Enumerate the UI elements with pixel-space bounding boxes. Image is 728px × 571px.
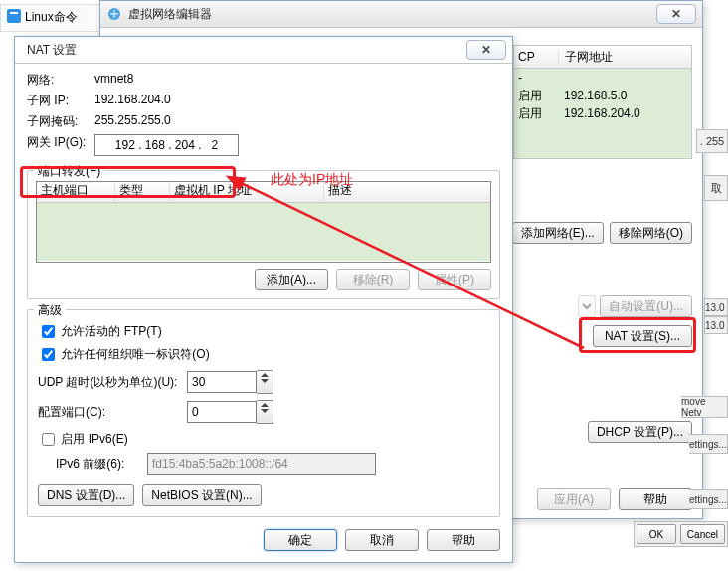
nat-settings-dialog: NAT 设置 ✕ 网络: vmnet8 子网 IP: 192.168.204.0… [14, 36, 513, 563]
gateway-label: 网关 IP(G): [27, 134, 94, 156]
udp-timeout-input[interactable] [187, 371, 257, 393]
auto-settings-button: 自动设置(U)... [600, 295, 692, 317]
allow-ftp-checkbox[interactable] [42, 325, 55, 338]
bg-ok-button[interactable]: OK [637, 524, 676, 544]
help-button[interactable]: 帮助 [619, 488, 692, 510]
ok-button[interactable]: 确定 [264, 529, 337, 551]
bg-settings2: ettings... [689, 489, 728, 509]
dhcp-settings-button[interactable]: DHCP 设置(P)... [588, 421, 692, 443]
vnet-editor-icon [106, 6, 122, 22]
vnet-editor-close-icon[interactable]: ✕ [656, 4, 696, 24]
svg-rect-0 [7, 9, 21, 23]
table-row[interactable]: 启用 192.168.204.0 [514, 104, 691, 122]
netbios-settings-button[interactable]: NetBIOS 设置(N)... [142, 484, 261, 506]
port-forward-list[interactable] [37, 203, 490, 261]
pf-add-button[interactable]: 添加(A)... [255, 269, 328, 290]
table-row[interactable]: 启用 192.168.5.0 [514, 87, 691, 104]
gateway-input[interactable] [94, 134, 239, 156]
network-label: 网络: [27, 72, 94, 89]
add-network-button[interactable]: 添加网络(E)... [512, 222, 604, 244]
bg-move-net: move Netv [681, 396, 728, 418]
dns-settings-button[interactable]: DNS 设置(D)... [38, 484, 134, 506]
cfg-port-spinner[interactable] [257, 400, 273, 424]
cfg-port-label: 配置端口(C): [38, 404, 187, 421]
mask-value: 255.255.255.0 [94, 113, 500, 130]
enable-ipv6-checkbox[interactable] [42, 433, 55, 446]
remove-network-button[interactable]: 移除网络(O) [610, 222, 692, 244]
apply-button: 应用(A) [537, 488, 611, 510]
select-stub [578, 295, 596, 317]
nat-title: NAT 设置 [21, 42, 466, 59]
mask-label: 子网掩码: [27, 113, 94, 130]
allow-any-checkbox[interactable] [42, 348, 55, 361]
udp-spinner[interactable] [257, 370, 273, 394]
col-subnet: 子网地址 [559, 49, 691, 66]
nat-settings-button[interactable]: NAT 设置(S)... [593, 325, 692, 347]
cancel-button[interactable]: 取消 [345, 529, 419, 551]
annotation-text: 此处为IP地址 [271, 171, 353, 189]
table-row[interactable]: - [514, 69, 691, 87]
bg-settings: ettings... [689, 434, 728, 454]
bg-ip-fragment: . 255 [696, 129, 728, 153]
vnet-editor-titlebar: 虚拟网络编辑器 ✕ [100, 1, 702, 28]
bg-cancel-fragment: 取 [704, 175, 728, 201]
page-icon [7, 9, 21, 26]
port-forward-label: 端口转发(F) [34, 163, 104, 180]
config-port-input[interactable] [187, 401, 257, 423]
allow-any-label: 允许任何组织唯一标识符(O) [61, 347, 209, 361]
pf-props-button: 属性(P) [418, 269, 491, 290]
svg-rect-1 [10, 12, 18, 14]
bg-cancel-button[interactable]: Cancel [680, 524, 725, 544]
nat-help-button[interactable]: 帮助 [427, 529, 500, 551]
ipv6-prefix-input [147, 453, 376, 475]
enable-ipv6-label: 启用 IPv6(E) [61, 432, 127, 446]
subnet-label: 子网 IP: [27, 93, 94, 109]
allow-ftp-label: 允许活动的 FTP(T) [61, 324, 161, 338]
udp-label: UDP 超时(以秒为单位)(U): [38, 374, 187, 391]
pf-remove-button: 移除(R) [336, 269, 410, 290]
col-dhcp: CP [514, 50, 559, 64]
nat-close-icon[interactable]: ✕ [466, 40, 506, 60]
advanced-label: 高级 [34, 302, 66, 319]
vnet-editor-title: 虚拟网络编辑器 [128, 6, 656, 23]
v6-prefix-label: IPv6 前缀(6): [38, 456, 147, 473]
subnet-value: 192.168.204.0 [94, 93, 500, 109]
bg-num2: 13.0 [704, 316, 728, 334]
network-value: vmnet8 [94, 72, 500, 89]
bg-bottom-buttons: OK Cancel [634, 521, 728, 547]
col-type: 类型 [115, 182, 170, 202]
bg-num1: 13.0 [704, 298, 728, 316]
col-host-port: 主机端口 [37, 182, 115, 202]
tab-label: Linux命令 [25, 9, 78, 26]
